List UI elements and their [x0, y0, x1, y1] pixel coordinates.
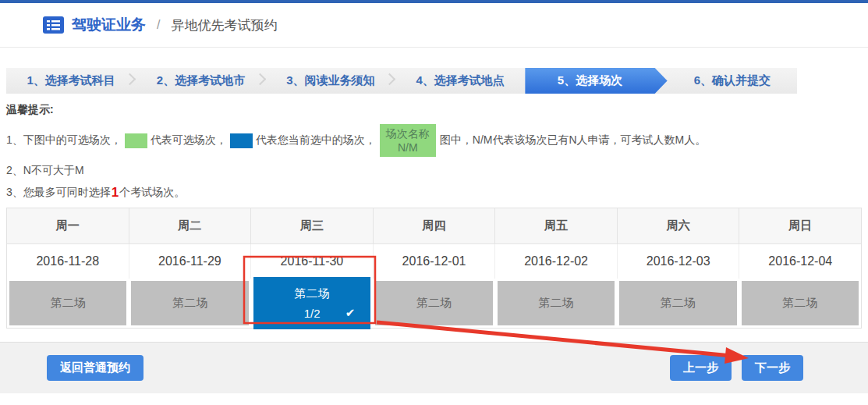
max-select-count: 1	[111, 185, 119, 201]
step-tab-4-label: 4、选择考试地点	[416, 73, 504, 88]
breadcrumb-current-page: 异地优先考试预约	[171, 16, 277, 34]
date-cell: 2016-12-02	[495, 244, 618, 279]
session-cell-tue[interactable]: 第二场	[131, 281, 248, 325]
available-session-swatch	[125, 133, 147, 148]
weekday-header: 周一	[7, 208, 129, 244]
tip-line-2: 2、N不可大于M	[6, 164, 868, 178]
weekday-header: 周六	[618, 208, 740, 244]
tips-title: 温馨提示:	[6, 103, 868, 117]
breadcrumb-separator: /	[157, 18, 160, 32]
date-cell: 2016-11-30	[251, 244, 374, 279]
next-step-button[interactable]: 下一步	[742, 355, 803, 381]
step-tab-2-label: 2、选择考试地市	[157, 73, 245, 88]
tip-line-1: 1、下图中的可选场次， 代表可选场次， 代表您当前选中的场次， 场次名称 N/M…	[6, 124, 868, 157]
session-cell-sun[interactable]: 第二场	[742, 281, 859, 325]
tip3-prefix: 3、您最多可同时选择	[6, 186, 111, 200]
date-cell: 2016-11-28	[7, 244, 129, 279]
footer-bar: 返回普通预约 上一步 下一步	[0, 342, 868, 393]
weekday-header: 周三	[251, 208, 374, 244]
selected-session-swatch	[230, 133, 253, 148]
date-cell: 2016-12-03	[618, 244, 740, 279]
back-to-normal-booking-button[interactable]: 返回普通预约	[47, 355, 143, 381]
previous-step-button[interactable]: 上一步	[670, 355, 732, 381]
step-tab-6[interactable]: 6、确认并提交	[655, 68, 797, 94]
chevron-right-icon	[384, 73, 396, 86]
chevron-right-icon	[124, 73, 136, 86]
tip2-text: 2、N不可大于M	[6, 164, 84, 178]
session-cell-thu[interactable]: 第二场	[375, 281, 492, 325]
chevron-right-icon	[253, 73, 266, 86]
tip1-green-label: 代表可选场次，	[151, 133, 227, 147]
weekday-header: 周日	[739, 208, 861, 244]
tip1-prefix: 1、下图中的可选场次，	[6, 133, 122, 147]
session-row: 第二场 第二场 第二场 1/2 ✔ 第二场 第二场 第二场	[7, 279, 861, 328]
breadcrumb-section[interactable]: 驾驶证业务	[72, 15, 146, 35]
schedule-table: 周一 周二 周三 周四 周五 周六 周日 2016-11-28 2016-11-…	[6, 208, 862, 329]
breadcrumb: 驾驶证业务 / 异地优先考试预约	[0, 3, 868, 48]
legend-box-title: 场次名称	[386, 127, 430, 140]
weekday-header: 周四	[374, 208, 496, 244]
selected-session-count: 1/2	[304, 307, 321, 320]
legend-box-value: N/M	[398, 141, 418, 154]
date-cell: 2016-12-04	[739, 244, 861, 279]
step-tab-4[interactable]: 4、选择考试地点	[395, 68, 525, 94]
session-cell-mon[interactable]: 第二场	[9, 281, 126, 325]
footer-nav-buttons: 上一步 下一步	[670, 355, 803, 381]
weekday-header-row: 周一 周二 周三 周四 周五 周六 周日	[7, 208, 861, 244]
step-tabs: 1、选择考试科目 2、选择考试地市 3、阅读业务须知 4、选择考试地点 5、选择…	[6, 68, 797, 94]
step-tab-2[interactable]: 2、选择考试地市	[136, 68, 265, 94]
tip3-suffix: 个考试场次。	[119, 186, 185, 200]
step-tab-6-label: 6、确认并提交	[694, 73, 771, 88]
step-tab-3-label: 3、阅读业务须知	[286, 73, 374, 88]
tips-section: 温馨提示: 1、下图中的可选场次， 代表可选场次， 代表您当前选中的场次， 场次…	[6, 103, 868, 201]
session-cell-fri[interactable]: 第二场	[498, 281, 615, 325]
step-tab-5-label: 5、选择场次	[558, 73, 622, 88]
step-tab-3[interactable]: 3、阅读业务须知	[266, 68, 395, 94]
date-row: 2016-11-28 2016-11-29 2016-11-30 2016-12…	[7, 244, 861, 279]
weekday-header: 周二	[129, 208, 252, 244]
step-tab-1-label: 1、选择考试科目	[27, 73, 115, 88]
tip1-suffix: 图中，N/M代表该场次已有N人申请，可考试人数M人。	[440, 133, 706, 147]
weekday-header: 周五	[495, 208, 618, 244]
date-cell: 2016-12-01	[374, 244, 496, 279]
session-cell-wed-selected[interactable]: 第二场 1/2 ✔	[253, 277, 370, 329]
session-legend-box: 场次名称 N/M	[380, 124, 436, 157]
tip1-blue-label: 代表您当前选中的场次，	[256, 133, 376, 147]
exam-booking-page: 驾驶证业务 / 异地优先考试预约 1、选择考试科目 2、选择考试地市 3、阅读业…	[0, 0, 868, 405]
session-cell-sat[interactable]: 第二场	[619, 281, 736, 325]
tip-line-3: 3、您最多可同时选择 1 个考试场次。	[6, 185, 868, 201]
checkmark-icon: ✔	[345, 306, 356, 320]
date-cell: 2016-11-29	[129, 244, 252, 279]
list-icon	[43, 16, 64, 34]
step-tab-5-active[interactable]: 5、选择场次	[525, 68, 667, 94]
selected-session-label: 第二场	[295, 286, 330, 301]
step-tab-1[interactable]: 1、选择考试科目	[6, 68, 136, 94]
